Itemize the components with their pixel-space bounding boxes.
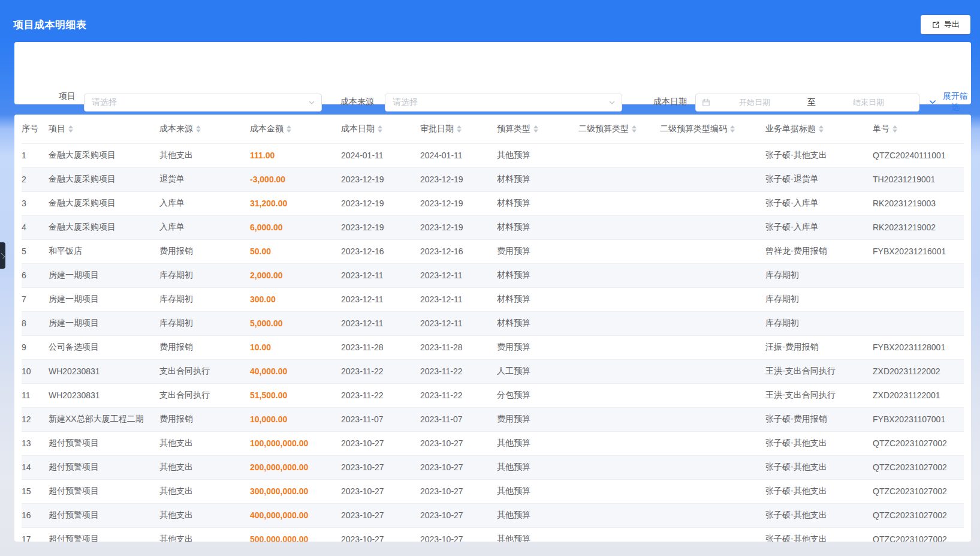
sort-icon	[196, 125, 201, 133]
cell-doc_no: RK20231219003	[873, 191, 964, 215]
cell-doc_no: FYBX20231128001	[873, 335, 964, 359]
cell-sub_type	[578, 239, 660, 263]
cell-sub_code	[660, 359, 765, 383]
column-header-project[interactable]: 项目	[49, 115, 159, 143]
column-header-sub_code[interactable]: 二级预算类型编码	[660, 115, 765, 143]
cell-sub_type	[578, 503, 660, 527]
cell-sub_code	[660, 263, 765, 287]
cell-doc_no: QTZC20231027002	[873, 503, 964, 527]
cell-source: 其他支出	[159, 503, 250, 527]
cell-sub_code	[660, 143, 765, 167]
cell-sub_type	[578, 527, 660, 542]
cell-no: 10	[22, 359, 49, 383]
cell-cost_date: 2023-11-22	[341, 383, 420, 407]
column-header-doc_no[interactable]: 单号	[873, 115, 964, 143]
export-button[interactable]: 导出	[921, 15, 970, 34]
cell-cost_date: 2023-12-19	[341, 215, 420, 239]
table-row: 1金融大厦采购项目其他支出111.002024-01-112024-01-11其…	[22, 143, 964, 167]
column-header-amount[interactable]: 成本金额	[250, 115, 341, 143]
cell-source: 费用报销	[159, 239, 250, 263]
cell-doc_title: 张子硕-其他支出	[765, 527, 873, 542]
cell-sub_type	[578, 479, 660, 503]
table-row: 12新建XX总部大厦工程二期费用报销10,000.002023-11-07202…	[22, 407, 964, 431]
chevron-down-icon	[308, 99, 315, 106]
cell-budget_type: 材料预算	[497, 215, 578, 239]
cell-sub_type	[578, 287, 660, 311]
column-label: 二级预算类型	[578, 124, 629, 134]
cell-doc_title: 汪振-费用报销	[765, 335, 873, 359]
project-select[interactable]: 请选择	[84, 94, 322, 112]
column-header-sub_type[interactable]: 二级预算类型	[578, 115, 660, 143]
cell-budget_type: 费用预算	[497, 335, 578, 359]
cell-no: 2	[22, 167, 49, 191]
cell-cost_date: 2023-12-16	[341, 239, 420, 263]
cell-sub_code	[660, 239, 765, 263]
cell-sub_type	[578, 311, 660, 335]
sort-icon	[819, 125, 824, 133]
cell-cost_date: 2023-12-11	[341, 311, 420, 335]
table-row: 8房建一期项目库存期初5,000.002023-12-112023-12-11材…	[22, 311, 964, 335]
cell-project: 金融大厦采购项目	[49, 215, 159, 239]
cell-approve_date: 2023-12-11	[420, 263, 497, 287]
page-title: 项目成本明细表	[13, 18, 87, 32]
cell-sub_code	[660, 311, 765, 335]
cell-sub_code	[660, 455, 765, 479]
cell-approve_date: 2023-11-22	[420, 383, 497, 407]
cell-cost_date: 2024-01-11	[341, 143, 420, 167]
cell-sub_code	[660, 407, 765, 431]
cost-detail-table-card: 序号项目成本来源成本金额成本日期审批日期预算类型二级预算类型二级预算类型编码业务…	[14, 115, 971, 542]
sort-icon	[632, 125, 637, 133]
cell-approve_date: 2023-12-19	[420, 215, 497, 239]
cell-project: 房建一期项目	[49, 311, 159, 335]
sort-icon	[892, 125, 897, 133]
sort-icon	[730, 125, 735, 133]
table-row: 13超付预警项目其他支出100,000,000.002023-10-272023…	[22, 431, 964, 455]
cell-approve_date: 2023-11-22	[420, 359, 497, 383]
cell-sub_code	[660, 527, 765, 542]
cell-amount: 51,500.00	[250, 383, 341, 407]
project-select-placeholder: 请选择	[92, 97, 308, 108]
cell-doc_no: QTZC20231027002	[873, 527, 964, 542]
cell-source: 其他支出	[159, 479, 250, 503]
cell-doc_title: 张子硕-费用报销	[765, 407, 873, 431]
column-label: 二级预算类型编码	[660, 124, 727, 134]
cell-approve_date: 2023-10-27	[420, 503, 497, 527]
cell-amount: 10,000.00	[250, 407, 341, 431]
table-row: 9公司备选项目费用报销10.002023-11-282023-11-28费用预算…	[22, 335, 964, 359]
cost-date-range-input[interactable]: 开始日期 至 结束日期	[695, 94, 919, 112]
column-header-budget_type[interactable]: 预算类型	[497, 115, 578, 143]
cell-no: 6	[22, 263, 49, 287]
cost-source-select[interactable]: 请选择	[385, 94, 622, 112]
side-drawer-handle[interactable]	[0, 242, 5, 269]
expand-filters-link[interactable]: 展开筛选	[928, 91, 971, 113]
cell-approve_date: 2023-10-27	[420, 527, 497, 542]
column-header-doc_title[interactable]: 业务单据标题	[765, 115, 873, 143]
cell-doc_no: QTZC20231027002	[873, 431, 964, 455]
cell-sub_type	[578, 215, 660, 239]
cell-no: 4	[22, 215, 49, 239]
cell-cost_date: 2023-10-27	[341, 503, 420, 527]
filter-panel: 项目 请选择 成本来源 请选择 成本日期 开始日期 至	[14, 42, 971, 104]
sort-icon	[533, 125, 538, 133]
cell-project: 和平饭店	[49, 239, 159, 263]
cell-doc_title: 张子硕-其他支出	[765, 143, 873, 167]
cell-project: 超付预警项目	[49, 479, 159, 503]
cost-detail-table: 序号项目成本来源成本金额成本日期审批日期预算类型二级预算类型二级预算类型编码业务…	[22, 115, 964, 542]
column-header-cost_date[interactable]: 成本日期	[341, 115, 420, 143]
cell-approve_date: 2023-11-07	[420, 407, 497, 431]
column-header-source[interactable]: 成本来源	[159, 115, 250, 143]
cell-cost_date: 2023-12-19	[341, 191, 420, 215]
column-header-approve_date[interactable]: 审批日期	[420, 115, 497, 143]
cell-no: 8	[22, 311, 49, 335]
cell-doc_title: 王洪-支出合同执行	[765, 359, 873, 383]
cell-no: 16	[22, 503, 49, 527]
table-row: 15超付预警项目其他支出300,000,000.002023-10-272023…	[22, 479, 964, 503]
end-date-placeholder: 结束日期	[824, 97, 913, 108]
chevron-down-icon	[608, 99, 616, 106]
cell-sub_code	[660, 479, 765, 503]
cell-doc_no: TH20231219001	[873, 167, 964, 191]
cell-budget_type: 其他预算	[497, 503, 578, 527]
column-label: 单号	[873, 124, 889, 134]
cell-amount: 5,000.00	[250, 311, 341, 335]
cell-approve_date: 2023-10-27	[420, 455, 497, 479]
